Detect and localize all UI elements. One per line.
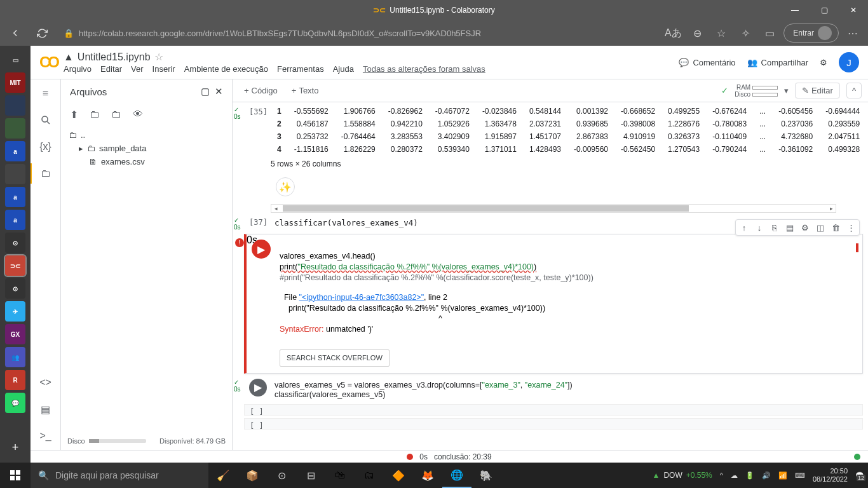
vtab-3[interactable] — [5, 118, 25, 139]
command-palette-icon[interactable]: ▤ — [38, 402, 53, 417]
app-vlc[interactable]: 🔶 — [384, 463, 413, 488]
tabs-toggle-icon[interactable]: ▭ — [5, 50, 25, 70]
battery-icon[interactable]: 🔋 — [745, 471, 754, 480]
notifications-icon[interactable]: 💬12 — [855, 471, 864, 480]
output-hscrollbar[interactable]: ◂ ▸ — [271, 204, 836, 213]
vtab-active[interactable]: ⊃⊂ — [5, 255, 25, 276]
sign-in-button[interactable]: Entrar — [783, 24, 839, 43]
empty-cell-1[interactable]: [ ] — [244, 404, 863, 416]
scroll-left-icon[interactable]: ◂ — [271, 205, 280, 212]
app-firefox[interactable]: 🦊 — [413, 463, 442, 488]
wifi-icon[interactable]: 📶 — [778, 471, 787, 480]
new-window-icon[interactable]: ▢ — [201, 86, 210, 97]
tree-file[interactable]: 🗎exames.csv — [66, 155, 227, 168]
menu-file[interactable]: Arquivo — [64, 64, 92, 74]
menu-view[interactable]: Ver — [131, 64, 144, 74]
refresh-files-icon[interactable]: 🗀 — [90, 109, 100, 121]
tree-up[interactable]: 🗀.. — [66, 128, 227, 142]
search-stackoverflow-button[interactable]: SEARCH STACK OVERFLOW — [280, 349, 390, 367]
collections-icon[interactable]: ▭ — [759, 23, 780, 43]
volume-icon[interactable]: 🔊 — [762, 471, 771, 480]
app-2[interactable]: 📦 — [238, 463, 267, 488]
app-store[interactable]: 🛍 — [325, 463, 355, 488]
scroll-right-icon[interactable]: ▸ — [827, 205, 836, 212]
scroll-thumb[interactable] — [283, 205, 689, 212]
app-edge[interactable]: 🌐 — [442, 463, 471, 488]
app-explorer[interactable]: 🗂 — [355, 463, 384, 488]
refresh-button[interactable] — [32, 23, 52, 43]
vtab-2[interactable] — [5, 95, 25, 116]
onedrive-icon[interactable]: ☁ — [731, 471, 738, 480]
close-button[interactable]: ✕ — [839, 0, 868, 20]
menu-tools[interactable]: Ferramentas — [277, 64, 324, 74]
new-tab-button[interactable]: + — [5, 437, 25, 458]
move-up-icon[interactable]: ↑ — [737, 221, 751, 234]
cell-v5-code[interactable]: valores_exames_v5 = valores_exames_v3.dr… — [271, 377, 863, 402]
vtab-12[interactable]: 👥 — [5, 347, 25, 367]
link-icon[interactable]: ⎘ — [768, 221, 782, 234]
upload-icon[interactable]: ⬆ — [70, 109, 78, 121]
menu-insert[interactable]: Inserir — [153, 64, 175, 74]
mirror-cell-icon[interactable]: ◫ — [813, 221, 827, 234]
empty-cell-2[interactable]: [ ] — [244, 418, 863, 430]
files-icon[interactable]: 🗀 — [38, 166, 53, 181]
vtab-10[interactable]: ✈ — [5, 301, 25, 322]
collapse-icon[interactable]: ^ — [846, 83, 862, 98]
comment-button[interactable]: 💬Comentário — [679, 58, 735, 67]
address-bar[interactable]: 🔒 https://colab.research.google.com/driv… — [58, 29, 656, 38]
app-1[interactable]: 🧹 — [208, 463, 238, 488]
comment-cell-icon[interactable]: ▤ — [783, 221, 797, 234]
vtab-1[interactable]: MIT — [5, 72, 25, 93]
app-postgres[interactable]: 🐘 — [471, 463, 501, 488]
close-panel-icon[interactable]: ✕ — [215, 86, 223, 97]
delete-cell-icon[interactable]: 🗑 — [829, 221, 843, 234]
edit-mode-button[interactable]: ✎Editar — [795, 83, 840, 98]
tree-folder[interactable]: ▸🗀sample_data — [66, 142, 227, 155]
vtab-9[interactable]: ⊙ — [5, 278, 25, 299]
menu-runtime[interactable]: Ambiente de execução — [184, 64, 268, 74]
input-icon[interactable]: ⌨ — [795, 471, 805, 480]
notebook-content[interactable]: ✓0s [35] 1-0.5556921.906766-0.826962-0.4… — [233, 102, 868, 450]
cell-more-icon[interactable]: ⋮ — [844, 221, 858, 234]
maximize-button[interactable]: ▢ — [810, 0, 839, 20]
cell-settings-icon[interactable]: ⚙ — [798, 221, 812, 234]
share-button[interactable]: 👥Compartilhar — [747, 58, 808, 67]
notebook-filename[interactable]: Untitled15.ipynb — [78, 51, 151, 63]
clock[interactable]: 20:50 08/12/2022 — [813, 467, 848, 484]
mount-drive-icon[interactable]: 🗀 — [111, 109, 121, 121]
tray-up-icon[interactable]: ^ — [720, 471, 723, 479]
resource-indicator[interactable]: RAM Disco — [735, 84, 778, 98]
zoom-icon[interactable]: ⊖ — [687, 23, 707, 43]
translate-icon[interactable]: Aあ — [663, 23, 683, 43]
vtab-4[interactable]: a — [5, 141, 25, 161]
add-text-button[interactable]: + Texto — [287, 83, 324, 98]
move-down-icon[interactable]: ↓ — [752, 221, 766, 234]
vtab-13[interactable]: R — [5, 370, 25, 390]
vtab-14[interactable]: 💬 — [5, 393, 25, 413]
stock-widget[interactable]: ▲ DOW +0.55% — [653, 471, 712, 480]
favorites-bar-icon[interactable]: ✧ — [735, 23, 756, 43]
save-status[interactable]: Todas as alterações foram salvas — [363, 64, 485, 74]
vtab-11[interactable]: GX — [5, 324, 25, 344]
start-button[interactable] — [0, 463, 31, 488]
variables-icon[interactable]: {x} — [38, 139, 53, 154]
minimize-button[interactable]: ― — [780, 0, 810, 20]
task-view[interactable]: ⊙ — [267, 463, 296, 488]
favorite-icon[interactable]: ☆ — [711, 23, 731, 43]
code-snippets-icon[interactable]: <> — [38, 375, 53, 390]
run-cell-button[interactable]: ▶ — [252, 240, 271, 259]
menu-edit[interactable]: Editar — [100, 64, 122, 74]
vtab-8[interactable]: ⊙ — [5, 233, 25, 253]
star-icon[interactable]: ☆ — [154, 51, 163, 63]
cell-v5[interactable]: ✓0s ▶ valores_exames_v5 = valores_exames… — [244, 377, 863, 402]
app-3[interactable]: ⊟ — [296, 463, 325, 488]
magic-wand-button[interactable]: ✨ — [276, 177, 295, 196]
terminal-icon[interactable]: >_ — [38, 428, 53, 444]
user-avatar[interactable]: J — [839, 52, 859, 72]
toggle-hidden-icon[interactable]: 👁 — [133, 109, 143, 121]
toc-icon[interactable]: ≡ — [38, 86, 53, 101]
active-cell-code[interactable]: valores_exames_v4.head() print("Resultad… — [276, 246, 862, 288]
settings-button[interactable]: ⚙ — [820, 58, 827, 67]
dropdown-icon[interactable]: ▾ — [784, 86, 789, 95]
find-icon[interactable] — [38, 112, 53, 128]
